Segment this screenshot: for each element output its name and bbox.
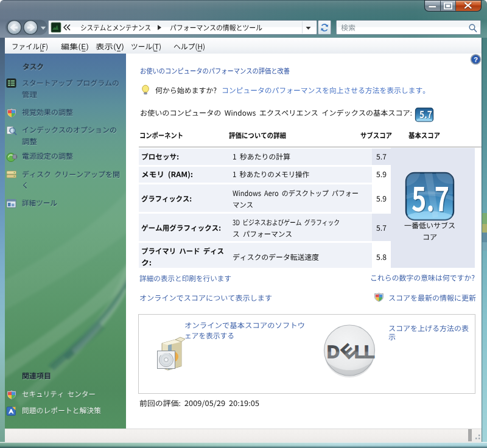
svg-text:D: D <box>327 342 340 362</box>
svg-text:?: ? <box>474 56 478 63</box>
svg-text:L: L <box>364 342 375 362</box>
